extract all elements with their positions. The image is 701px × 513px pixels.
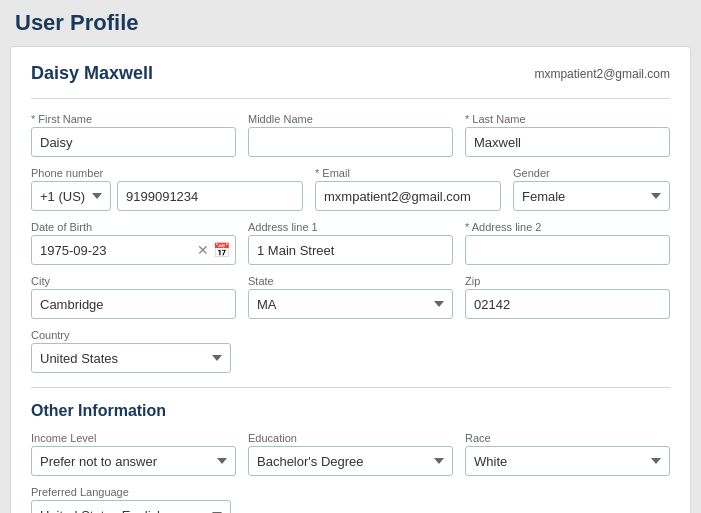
calendar-icon[interactable]: 📅: [213, 242, 230, 258]
city-label: City: [31, 275, 236, 287]
phone-group: Phone number +1 (US): [31, 167, 303, 211]
user-email: mxmpatient2@gmail.com: [534, 67, 670, 81]
name-row: * First Name Middle Name * Last Name: [31, 113, 670, 157]
dob-group: Date of Birth ✕ 📅: [31, 221, 236, 265]
address-row-1: Date of Birth ✕ 📅 Address line 1 * Addre…: [31, 221, 670, 265]
email-group: * Email: [315, 167, 501, 211]
country-label: Country: [31, 329, 231, 341]
first-name-input[interactable]: [31, 127, 236, 157]
zip-group: Zip: [465, 275, 670, 319]
page-title: User Profile: [10, 10, 691, 36]
education-select[interactable]: Bachelor's Degree High School Master's D…: [248, 446, 453, 476]
income-label: Income Level: [31, 432, 236, 444]
address1-input[interactable]: [248, 235, 453, 265]
address1-label: Address line 1: [248, 221, 453, 233]
divider-1: [31, 98, 670, 99]
country-select[interactable]: United States Canada: [31, 343, 231, 373]
dob-label: Date of Birth: [31, 221, 236, 233]
gender-label: Gender: [513, 167, 670, 179]
last-name-group: * Last Name: [465, 113, 670, 157]
income-group: Income Level Prefer not to answer Under …: [31, 432, 236, 476]
race-label: Race: [465, 432, 670, 444]
state-select[interactable]: MA CA NY: [248, 289, 453, 319]
language-select[interactable]: United States English Spanish French: [31, 500, 231, 513]
email-input[interactable]: [315, 181, 501, 211]
address2-label: * Address line 2: [465, 221, 670, 233]
zip-input[interactable]: [465, 289, 670, 319]
date-icons: ✕ 📅: [197, 242, 230, 258]
user-profile-card: Daisy Maxwell mxmpatient2@gmail.com * Fi…: [10, 46, 691, 513]
dob-wrapper: ✕ 📅: [31, 235, 236, 265]
race-group: Race White Black or African American Asi…: [465, 432, 670, 476]
state-label: State: [248, 275, 453, 287]
other-info-row-2: Preferred Language United States English…: [31, 486, 670, 513]
address2-input[interactable]: [465, 235, 670, 265]
state-group: State MA CA NY: [248, 275, 453, 319]
city-state-zip-row: City State MA CA NY Zip: [31, 275, 670, 319]
country-group: Country United States Canada: [31, 329, 231, 373]
last-name-input[interactable]: [465, 127, 670, 157]
education-group: Education Bachelor's Degree High School …: [248, 432, 453, 476]
middle-name-label: Middle Name: [248, 113, 453, 125]
first-name-group: * First Name: [31, 113, 236, 157]
gender-select[interactable]: Female Male Other: [513, 181, 670, 211]
language-label: Preferred Language: [31, 486, 231, 498]
contact-row: Phone number +1 (US) * Email Gender Fema…: [31, 167, 670, 211]
language-group: Preferred Language United States English…: [31, 486, 231, 513]
other-info-row-1: Income Level Prefer not to answer Under …: [31, 432, 670, 476]
phone-code-select[interactable]: +1 (US): [31, 181, 111, 211]
clear-date-icon[interactable]: ✕: [197, 242, 209, 258]
other-info-title: Other Information: [31, 402, 670, 420]
middle-name-group: Middle Name: [248, 113, 453, 157]
card-header: Daisy Maxwell mxmpatient2@gmail.com: [31, 63, 670, 84]
income-select[interactable]: Prefer not to answer Under $25,000 $25,0…: [31, 446, 236, 476]
phone-label: Phone number: [31, 167, 303, 179]
gender-group: Gender Female Male Other: [513, 167, 670, 211]
last-name-label: * Last Name: [465, 113, 670, 125]
divider-2: [31, 387, 670, 388]
first-name-label: * First Name: [31, 113, 236, 125]
zip-label: Zip: [465, 275, 670, 287]
user-name: Daisy Maxwell: [31, 63, 153, 84]
education-label: Education: [248, 432, 453, 444]
phone-number-input[interactable]: [117, 181, 303, 211]
address1-group: Address line 1: [248, 221, 453, 265]
city-group: City: [31, 275, 236, 319]
email-label: * Email: [315, 167, 501, 179]
middle-name-input[interactable]: [248, 127, 453, 157]
city-input[interactable]: [31, 289, 236, 319]
address2-group: * Address line 2: [465, 221, 670, 265]
country-row: Country United States Canada: [31, 329, 670, 373]
phone-row: +1 (US): [31, 181, 303, 211]
race-select[interactable]: White Black or African American Asian Hi…: [465, 446, 670, 476]
